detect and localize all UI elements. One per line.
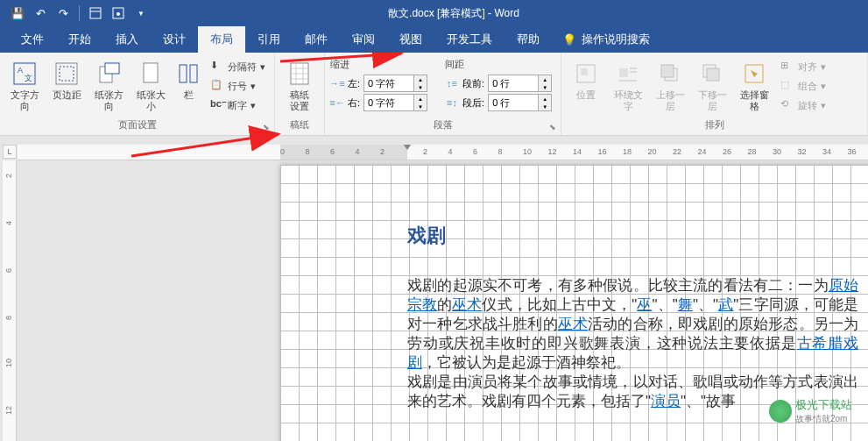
group-manuscript: 稿纸 设置 稿纸 xyxy=(275,53,325,135)
link-dance[interactable]: 舞 xyxy=(678,296,693,313)
link-actor[interactable]: 演员 xyxy=(651,393,681,409)
ruler-corner[interactable]: L xyxy=(3,145,17,159)
hyphenation-button[interactable]: bc⁻断字 ▾ xyxy=(207,96,269,114)
undo-button[interactable]: ↶ xyxy=(30,3,51,24)
svg-rect-12 xyxy=(180,65,187,82)
tab-view[interactable]: 视图 xyxy=(387,26,434,53)
svg-rect-8 xyxy=(60,67,74,81)
horizontal-ruler[interactable]: 0864224681012141618202224262830323436 xyxy=(18,145,868,160)
size-button[interactable]: 纸张大小 xyxy=(131,58,170,114)
group-icon: ⬚ xyxy=(780,79,794,93)
group-arrange: 位置 环绕文 字 上移一层 下移一层 选择窗格 ⊞对齐 ▾ ⬚组合 ▾ ⟲旋 xyxy=(561,53,868,135)
selection-pane-button[interactable]: 选择窗格 xyxy=(735,58,773,114)
svg-rect-21 xyxy=(581,68,588,75)
tab-home[interactable]: 开始 xyxy=(56,26,103,53)
align-button: ⊞对齐 ▾ xyxy=(777,58,829,75)
line-numbers-button[interactable]: 📋行号 ▾ xyxy=(207,77,269,95)
redo-button[interactable]: ↷ xyxy=(53,3,74,24)
ribbon: A文 文字方向 页边距 纸张方向 纸张大小 栏 ⬇分隔符 ▾ 📋行号 ▾ xyxy=(0,53,868,136)
tab-review[interactable]: 审阅 xyxy=(340,26,387,53)
spacing-before-input[interactable]: ▲▼ xyxy=(488,75,552,92)
document-body: 戏剧的起源实不可考，有多种假说。比较主流的看法有二：一为原始宗教的巫术仪式，比如… xyxy=(407,276,858,411)
svg-rect-13 xyxy=(190,65,197,82)
document-title: 戏剧 xyxy=(407,226,858,245)
indent-right-label: 右: xyxy=(348,96,360,110)
tab-developer[interactable]: 开发工具 xyxy=(434,26,505,53)
tab-references[interactable]: 引用 xyxy=(245,26,293,53)
watermark: 极光下载站 故事情就2om xyxy=(769,397,852,425)
margins-button[interactable]: 页边距 xyxy=(47,58,86,103)
tell-me-search[interactable]: 💡 操作说明搜索 xyxy=(552,26,660,53)
tab-design[interactable]: 设计 xyxy=(151,26,198,53)
align-icon: ⊞ xyxy=(780,60,794,74)
spacing-after-label: 段后: xyxy=(462,96,484,110)
bring-forward-icon xyxy=(656,60,684,88)
send-backward-icon xyxy=(698,60,726,88)
group-arrange-label: 排列 xyxy=(567,117,862,133)
manuscript-settings-button[interactable]: 稿纸 设置 xyxy=(280,58,319,114)
margins-icon xyxy=(53,60,81,88)
columns-button[interactable]: 栏 xyxy=(173,58,203,103)
tab-file[interactable]: 文件 xyxy=(9,26,56,53)
watermark-icon xyxy=(769,400,792,423)
bring-forward-button: 上移一层 xyxy=(651,58,689,114)
lightbulb-icon: 💡 xyxy=(562,33,576,46)
svg-rect-11 xyxy=(144,63,158,82)
window-title: 散文.docx [兼容模式] - Word xyxy=(152,6,756,21)
paragraph-launcher[interactable]: ⬊ xyxy=(547,121,559,133)
indent-header: 缩进 xyxy=(330,58,427,71)
qat-button-2[interactable] xyxy=(108,3,129,24)
link-wu[interactable]: 巫 xyxy=(637,296,652,313)
breaks-button[interactable]: ⬇分隔符 ▾ xyxy=(207,58,269,75)
spacing-after-input[interactable]: ▲▼ xyxy=(488,94,552,111)
qat-customize-button[interactable]: ▼ xyxy=(131,3,152,24)
orientation-icon xyxy=(95,60,123,88)
orientation-button[interactable]: 纸张方向 xyxy=(89,58,128,114)
tab-mailings[interactable]: 邮件 xyxy=(293,26,340,53)
group-page-setup-label: 页面设置 xyxy=(5,117,269,133)
line-numbers-icon: 📋 xyxy=(210,79,224,93)
indent-left-icon: →≡ xyxy=(330,76,344,90)
quick-access-toolbar: 💾 ↶ ↷ ▼ xyxy=(7,3,152,24)
svg-rect-0 xyxy=(90,8,101,18)
save-button[interactable]: 💾 xyxy=(7,3,28,24)
tab-insert[interactable]: 插入 xyxy=(103,26,151,53)
spacing-after-down[interactable]: ▼ xyxy=(539,103,551,110)
hyphenation-icon: bc⁻ xyxy=(210,98,224,112)
position-button: 位置 xyxy=(567,58,605,103)
group-page-setup: A文 文字方向 页边距 纸张方向 纸张大小 栏 ⬇分隔符 ▾ 📋行号 ▾ xyxy=(0,53,275,135)
group-paragraph: 缩进 →≡ 左: ▲▼ ≡← 右: ▲▼ 间距 ↕≡ xyxy=(325,53,561,135)
spacing-header: 间距 xyxy=(445,58,552,71)
manuscript-icon xyxy=(286,60,314,88)
document-content[interactable]: 戏剧 戏剧的起源实不可考，有多种假说。比较主流的看法有二：一为原始宗教的巫术仪式… xyxy=(407,226,858,411)
page-setup-launcher[interactable]: ⬊ xyxy=(260,121,272,133)
spacing-before-down[interactable]: ▼ xyxy=(539,83,551,91)
indent-left-up[interactable]: ▲ xyxy=(414,75,427,83)
tab-help[interactable]: 帮助 xyxy=(505,26,552,53)
text-direction-icon: A文 xyxy=(11,60,39,88)
svg-rect-22 xyxy=(619,68,628,77)
position-icon xyxy=(572,60,600,88)
spacing-after-up[interactable]: ▲ xyxy=(539,95,551,103)
tab-layout[interactable]: 布局 xyxy=(198,26,245,53)
link-wushu1[interactable]: 巫术 xyxy=(452,296,482,313)
spacing-before-up[interactable]: ▲ xyxy=(539,75,551,83)
text-direction-button[interactable]: A文 文字方向 xyxy=(5,58,44,114)
svg-text:文: 文 xyxy=(25,74,32,82)
wrap-text-icon xyxy=(614,60,642,88)
svg-point-3 xyxy=(116,12,120,16)
svg-text:A: A xyxy=(18,66,23,75)
svg-rect-27 xyxy=(661,65,674,77)
link-martial[interactable]: 武 xyxy=(718,296,733,313)
document-area[interactable]: 戏剧 戏剧的起源实不可考，有多种假说。比较主流的看法有二：一为原始宗教的巫术仪式… xyxy=(18,160,868,441)
vertical-ruler[interactable]: 24681012 xyxy=(3,160,17,441)
indent-right-input[interactable]: ▲▼ xyxy=(363,94,427,111)
rotate-icon: ⟲ xyxy=(780,98,794,112)
qat-button-1[interactable] xyxy=(85,3,106,24)
indent-right-down[interactable]: ▼ xyxy=(414,103,427,110)
link-wushu2[interactable]: 巫术 xyxy=(558,316,588,332)
rotate-button: ⟲旋转 ▾ xyxy=(777,96,829,114)
indent-left-down[interactable]: ▼ xyxy=(414,83,427,91)
indent-left-input[interactable]: ▲▼ xyxy=(363,75,427,92)
indent-right-up[interactable]: ▲ xyxy=(414,95,427,103)
